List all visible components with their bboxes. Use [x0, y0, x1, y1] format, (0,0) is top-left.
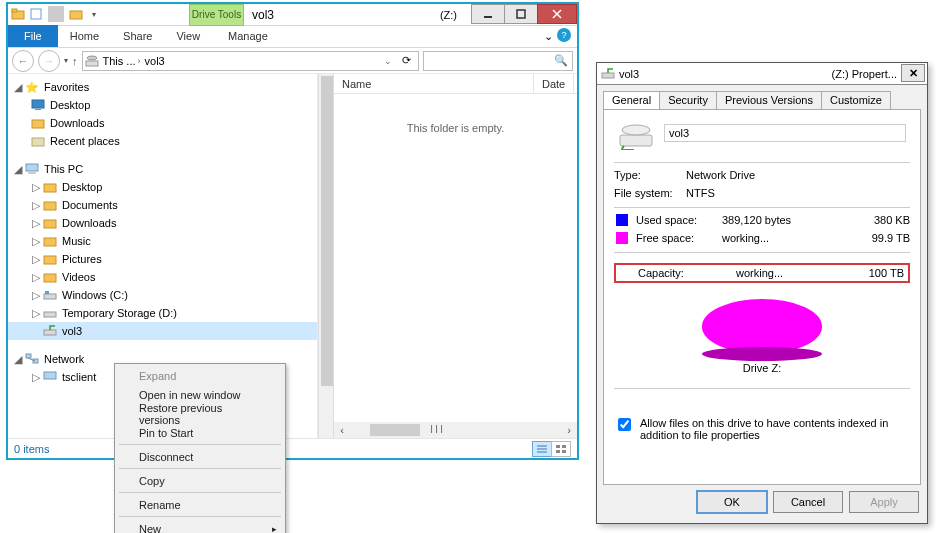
computer-icon: [24, 161, 40, 177]
expand-icon[interactable]: ▷: [30, 235, 42, 248]
column-name[interactable]: Name: [334, 74, 534, 93]
tab-manage[interactable]: Manage: [216, 25, 280, 47]
svg-rect-13: [32, 138, 44, 146]
expand-icon[interactable]: ▷: [30, 199, 42, 212]
refresh-button[interactable]: ⟳: [396, 54, 416, 67]
tree-node-this-pc[interactable]: ◢This PC: [8, 160, 317, 178]
up-button[interactable]: ↑: [72, 55, 78, 67]
tree-node-downloads-fav[interactable]: Downloads: [8, 114, 317, 132]
ctx-disconnect[interactable]: Disconnect: [117, 447, 283, 466]
tab-customize[interactable]: Customize: [821, 91, 891, 109]
tree-node-temp-d[interactable]: ▷Temporary Storage (D:): [8, 304, 317, 322]
tab-share[interactable]: Share: [111, 25, 164, 47]
window-controls: [472, 4, 577, 24]
svg-rect-1: [12, 9, 17, 12]
search-input[interactable]: 🔍: [423, 51, 573, 71]
collapse-icon[interactable]: ◢: [12, 353, 24, 366]
tab-view[interactable]: View: [164, 25, 212, 47]
maximize-button[interactable]: [504, 4, 538, 24]
expand-icon[interactable]: ▷: [30, 289, 42, 302]
tree-node-vol3-z[interactable]: vol3: [8, 322, 317, 340]
expand-icon[interactable]: ▷: [30, 271, 42, 284]
fs-label: File system:: [614, 187, 686, 199]
tree-node-desktop[interactable]: Desktop: [8, 96, 317, 114]
close-button[interactable]: [537, 4, 577, 24]
ctx-pin-start[interactable]: Pin to Start: [117, 423, 283, 442]
explorer-window: ▾ Drive Tools vol3 (Z:) File Home Share …: [6, 2, 579, 460]
breadcrumb-box[interactable]: This ...› vol3 ⌄ ⟳: [82, 51, 420, 71]
horizontal-scrollbar[interactable]: ‹ III ›: [334, 422, 577, 438]
ctx-new[interactable]: New▸: [117, 519, 283, 533]
drive-tools-context-tab[interactable]: Drive Tools: [189, 4, 244, 26]
h-scroll-thumb[interactable]: [370, 424, 420, 436]
indexing-checkbox[interactable]: [618, 418, 631, 431]
svg-rect-19: [44, 238, 56, 246]
tree-node-music[interactable]: ▷Music: [8, 232, 317, 250]
tree-node-desktop-pc[interactable]: ▷Desktop: [8, 178, 317, 196]
svg-rect-20: [44, 256, 56, 264]
svg-rect-21: [44, 274, 56, 282]
scroll-right-icon[interactable]: ›: [561, 424, 577, 436]
ctx-copy[interactable]: Copy: [117, 471, 283, 490]
details-view-button[interactable]: [532, 441, 552, 457]
tab-general[interactable]: General: [603, 91, 660, 109]
dropdown-quick-icon[interactable]: ▾: [86, 6, 102, 22]
help-icon[interactable]: ?: [557, 28, 571, 42]
scroll-left-icon[interactable]: ‹: [334, 424, 350, 436]
collapse-icon[interactable]: ◢: [12, 163, 24, 176]
content-pane: Name Date This folder is empty. ‹ III ›: [318, 74, 577, 438]
close-button[interactable]: ✕: [901, 64, 925, 82]
explorer-titlebar[interactable]: ▾ Drive Tools vol3 (Z:): [8, 4, 577, 26]
expand-icon[interactable]: ▷: [30, 253, 42, 266]
icons-view-button[interactable]: [551, 441, 571, 457]
volume-name-input[interactable]: vol3: [664, 124, 906, 142]
ribbon-collapse-icon[interactable]: ⌄: [544, 30, 553, 43]
recent-icon: [30, 133, 46, 149]
ctx-rename[interactable]: Rename: [117, 495, 283, 514]
svg-rect-22: [44, 294, 56, 299]
collapse-icon[interactable]: ◢: [12, 81, 24, 94]
svg-rect-29: [44, 372, 56, 379]
breadcrumb-drop-icon[interactable]: ⌄: [384, 56, 392, 66]
folder-icon: [42, 233, 58, 249]
recent-locations-icon[interactable]: ▾: [64, 56, 68, 65]
crumb-vol3[interactable]: vol3: [145, 55, 165, 67]
properties-quick-icon[interactable]: [28, 6, 44, 22]
expand-icon[interactable]: ▷: [30, 181, 42, 194]
scroll-thumb[interactable]: [321, 76, 333, 386]
tree-node-recent[interactable]: Recent places: [8, 132, 317, 150]
ok-button[interactable]: OK: [697, 491, 767, 513]
tab-home[interactable]: Home: [58, 25, 111, 47]
tree-node-windows-c[interactable]: ▷Windows (C:): [8, 286, 317, 304]
tree-node-favorites[interactable]: ◢⭐Favorites: [8, 78, 317, 96]
crumb-this[interactable]: This ...›: [103, 55, 141, 67]
tree-node-videos[interactable]: ▷Videos: [8, 268, 317, 286]
computer-icon: [42, 369, 58, 385]
column-date[interactable]: Date: [534, 74, 574, 93]
tree-node-downloads[interactable]: ▷Downloads: [8, 214, 317, 232]
minimize-button[interactable]: [471, 4, 505, 24]
left-scroll-gutter[interactable]: [318, 74, 334, 438]
quick-access-toolbar: ▾: [10, 6, 102, 22]
tab-previous-versions[interactable]: Previous Versions: [716, 91, 822, 109]
expand-icon[interactable]: ▷: [30, 371, 42, 384]
svg-rect-37: [602, 73, 614, 78]
expand-icon[interactable]: ▷: [30, 307, 42, 320]
cancel-button[interactable]: Cancel: [773, 491, 843, 513]
properties-titlebar[interactable]: vol3 (Z:) Propert... ✕: [597, 63, 927, 85]
tree-node-pictures[interactable]: ▷Pictures: [8, 250, 317, 268]
new-folder-quick-icon[interactable]: [68, 6, 84, 22]
fs-value: NTFS: [686, 187, 715, 199]
ctx-restore-previous[interactable]: Restore previous versions: [117, 404, 283, 423]
tab-file[interactable]: File: [8, 25, 58, 47]
forward-button[interactable]: →: [38, 50, 60, 72]
folder-icon: [42, 269, 58, 285]
expand-icon[interactable]: ▷: [30, 217, 42, 230]
separator-icon: [119, 468, 281, 469]
drive-large-icon: [618, 122, 654, 150]
back-button[interactable]: ←: [12, 50, 34, 72]
tree-node-documents[interactable]: ▷Documents: [8, 196, 317, 214]
apply-button[interactable]: Apply: [849, 491, 919, 513]
svg-rect-16: [44, 184, 56, 192]
tab-security[interactable]: Security: [659, 91, 717, 109]
